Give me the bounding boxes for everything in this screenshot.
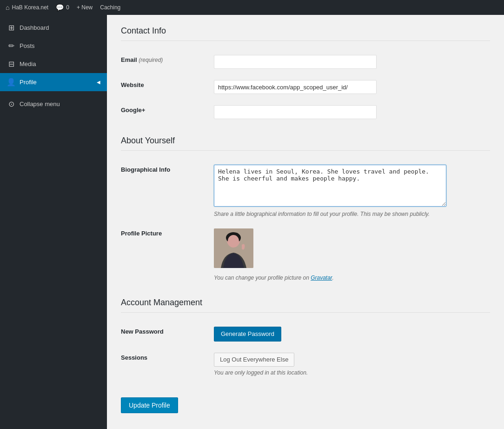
googleplus-row: Google+ <box>121 100 490 125</box>
collapse-label: Collapse menu <box>20 101 60 107</box>
avatar-image <box>214 228 253 268</box>
site-name-link[interactable]: ⌂ HaB Korea.net <box>6 4 48 11</box>
dashboard-icon: ⊞ <box>7 23 16 32</box>
gravatar-period: . <box>332 275 333 281</box>
media-icon: ⊟ <box>7 60 16 68</box>
contact-info-heading: Contact Info <box>121 26 490 41</box>
gravatar-text: You can change your profile picture on <box>214 275 311 281</box>
bio-description: Share a little biographical information … <box>214 211 490 217</box>
googleplus-label: Google+ <box>121 100 214 125</box>
account-management-table: New Password Generate Password Sessions … <box>121 321 490 382</box>
profile-icon: 👤 <box>7 78 16 87</box>
gravatar-link[interactable]: Gravatar <box>311 275 332 281</box>
main-content: Contact Info Email (required) Website Go… <box>107 15 504 429</box>
admin-bar: ⌂ HaB Korea.net 💬 0 + New Caching <box>0 0 504 15</box>
sidebar-arrow-icon: ◀ <box>97 80 100 85</box>
sidebar-item-label: Posts <box>20 42 35 49</box>
email-input[interactable] <box>214 55 377 69</box>
sessions-label: Sessions <box>121 347 214 382</box>
caching-label: Caching <box>100 4 120 11</box>
website-label: Website <box>121 74 214 100</box>
svg-point-3 <box>228 235 239 247</box>
sidebar-item-label: Media <box>20 60 36 67</box>
new-password-row: New Password Generate Password <box>121 321 490 347</box>
sidebar-item-profile[interactable]: 👤 Profile ◀ <box>0 73 107 91</box>
sidebar-item-label: Dashboard <box>20 24 49 31</box>
sessions-info: You are only logged in at this location. <box>214 369 490 376</box>
update-profile-button[interactable]: Update Profile <box>121 397 178 413</box>
comments-link[interactable]: 💬 0 <box>56 4 69 11</box>
profile-picture-row: Profile Picture <box>121 223 490 287</box>
about-yourself-heading: About Yourself <box>121 136 490 151</box>
new-password-label: New Password <box>121 321 214 347</box>
email-label: Email (required) <box>121 49 214 74</box>
logout-everywhere-button[interactable]: Log Out Everywhere Else <box>214 353 294 367</box>
email-row: Email (required) <box>121 49 490 74</box>
about-yourself-table: Biographical Info Helena lives in Seoul,… <box>121 159 490 287</box>
profile-picture <box>214 228 253 268</box>
googleplus-input[interactable] <box>214 105 377 119</box>
comment-icon: 💬 <box>56 4 64 11</box>
sidebar-item-label: Profile <box>20 79 37 86</box>
bio-row: Biographical Info Helena lives in Seoul,… <box>121 159 490 223</box>
comments-count: 0 <box>66 4 69 11</box>
posts-icon: ✏ <box>7 41 16 50</box>
sessions-row: Sessions Log Out Everywhere Else You are… <box>121 347 490 382</box>
caching-link[interactable]: Caching <box>100 4 120 11</box>
profile-picture-label: Profile Picture <box>121 223 214 287</box>
bio-textarea[interactable]: Helena lives in Seoul, Korea. She loves … <box>214 165 446 207</box>
contact-info-table: Email (required) Website Google+ <box>121 49 490 125</box>
collapse-icon: ⊙ <box>7 100 16 108</box>
bio-label: Biographical Info <box>121 159 214 223</box>
sidebar-collapse-menu[interactable]: ⊙ Collapse menu <box>0 95 107 113</box>
new-label: + New <box>77 4 93 11</box>
website-input[interactable] <box>214 80 377 94</box>
sidebar: ⊞ Dashboard ✏ Posts ⊟ Media 👤 Profile ◀ … <box>0 15 107 429</box>
website-row: Website <box>121 74 490 100</box>
gravatar-description: You can change your profile picture on G… <box>214 275 490 281</box>
new-link[interactable]: + New <box>77 4 93 11</box>
site-name: HaB Korea.net <box>12 4 48 11</box>
account-management-heading: Account Management <box>121 298 490 313</box>
profile-picture-container: You can change your profile picture on G… <box>214 228 490 281</box>
home-icon: ⌂ <box>6 4 9 11</box>
sidebar-item-dashboard[interactable]: ⊞ Dashboard <box>0 19 107 37</box>
email-required: (required) <box>139 57 163 63</box>
sidebar-item-media[interactable]: ⊟ Media <box>0 55 107 73</box>
generate-password-button[interactable]: Generate Password <box>214 327 281 342</box>
sidebar-item-posts[interactable]: ✏ Posts <box>0 37 107 55</box>
